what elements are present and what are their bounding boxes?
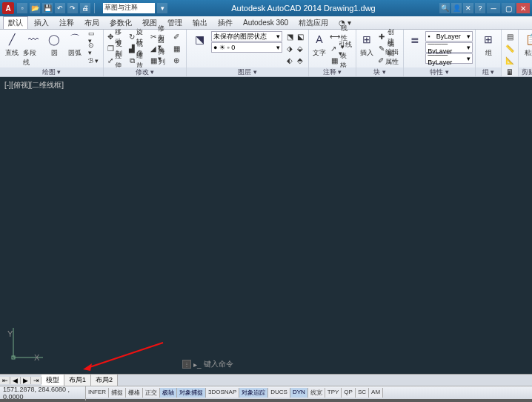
- help-icon[interactable]: ?: [475, 3, 485, 13]
- modify-btn[interactable]: ▦阵列 ▾: [149, 55, 169, 66]
- modify-btn[interactable]: ⊕: [170, 55, 184, 66]
- minimize-button[interactable]: ─: [487, 3, 500, 13]
- qat-undo-icon[interactable]: ↶: [55, 3, 65, 13]
- tab-model[interactable]: 模型: [41, 375, 64, 386]
- layer-current-combo[interactable]: ● ☀ ▫ 0▾: [211, 42, 282, 53]
- match-properties-button[interactable]: ≣: [406, 31, 424, 47]
- layer-state-combo[interactable]: 未保存的图层状态▾: [211, 31, 282, 42]
- signin-icon[interactable]: 👤: [451, 3, 462, 13]
- tab-layout2[interactable]: 布局2: [91, 375, 118, 386]
- layer-tool[interactable]: ⬗⬙: [284, 43, 306, 54]
- utility-btn[interactable]: 📏: [504, 43, 516, 54]
- tab-featured[interactable]: 精选应用: [294, 17, 333, 29]
- command-handle-icon[interactable]: ⋮: [182, 360, 191, 369]
- block-btn[interactable]: ✐编辑属性 ▾: [376, 55, 401, 66]
- layer-tool[interactable]: ⬔⬕: [284, 31, 306, 42]
- panel-block: ⊞插入 ✚创建✎编辑✐编辑属性 ▾ 块 ▾: [356, 30, 404, 76]
- modify-btn[interactable]: ⧉缩放: [127, 55, 147, 66]
- command-line[interactable]: ⋮ ▸_ 键入命令: [182, 359, 233, 369]
- qat-print-icon[interactable]: 🖨: [80, 3, 90, 13]
- qat-save-icon[interactable]: 💾: [42, 3, 53, 13]
- close-button[interactable]: ✕: [516, 3, 530, 13]
- circle-icon: ◯: [46, 31, 62, 47]
- panel-modify: ✥移动❐复制⤢拉伸 ↻旋转▟镜像⧉缩放 ✂修剪 ▾◢圆角 ▾▦阵列 ▾ ✐▦⊕ …: [104, 30, 187, 76]
- help-search-icon[interactable]: 🔍: [439, 3, 450, 13]
- svg-line-3: [87, 343, 163, 368]
- status-toggle-am[interactable]: AM: [369, 388, 383, 398]
- tab-default[interactable]: 默认: [3, 16, 28, 29]
- line-button[interactable]: ╱直线: [2, 31, 21, 58]
- group-button[interactable]: ⊞组: [478, 31, 499, 58]
- tab-plugins[interactable]: 插件: [213, 17, 237, 29]
- text-button[interactable]: A文字: [311, 31, 327, 58]
- linetype-combo[interactable]: ——— ByLayer▾: [425, 53, 473, 64]
- panel-properties-label[interactable]: 特性 ▾: [404, 67, 475, 76]
- hatch-button[interactable]: ℬ ▾: [87, 55, 101, 66]
- panel-draw-label[interactable]: 绘图 ▾: [0, 67, 103, 76]
- layout-first-button[interactable]: ⇤: [0, 377, 10, 384]
- status-toggle-极轴[interactable]: 极轴: [160, 388, 177, 398]
- status-toggle-对象捕捉[interactable]: 对象捕捉: [177, 388, 206, 398]
- tab-insert[interactable]: 插入: [30, 17, 53, 29]
- panel-groups-label[interactable]: 组 ▾: [476, 67, 501, 76]
- panel-clipboard-label[interactable]: 剪贴板: [519, 67, 532, 76]
- workspace-combo[interactable]: 草图与注释: [103, 3, 155, 13]
- utility-btn[interactable]: ▤: [504, 31, 516, 42]
- window-title: Autodesk AutoCAD 2014 Drawing1.dwg: [167, 4, 439, 13]
- drawing-canvas[interactable]: [-][俯视][二维线框] Y X ⋮ ▸_ 键入命令: [0, 77, 532, 374]
- viewport-label[interactable]: [-][俯视][二维线框]: [4, 80, 64, 90]
- qat-open-icon[interactable]: 📂: [30, 3, 40, 13]
- status-toggle-dyn[interactable]: DYN: [290, 388, 308, 398]
- status-toggles: INFER捕捉栅格正交极轴对象捕捉3DOSNAP对象追踪DUCSDYN线宽TPY…: [86, 388, 383, 398]
- tab-annotate[interactable]: 注释: [55, 17, 79, 29]
- qat-new-icon[interactable]: ▫: [17, 3, 27, 13]
- app-menu-icon[interactable]: A: [2, 2, 14, 14]
- modify-btn[interactable]: ⤢拉伸: [106, 55, 126, 66]
- match-icon: ≣: [407, 31, 423, 47]
- maximize-button[interactable]: ▢: [502, 3, 515, 13]
- status-toggle-sc[interactable]: SC: [356, 388, 369, 398]
- layout-prev-button[interactable]: ◀: [10, 377, 21, 384]
- utility-btn[interactable]: 🖩: [504, 67, 516, 78]
- annotation-btn[interactable]: ▦表格: [329, 55, 353, 66]
- status-toggle-对象追踪[interactable]: 对象追踪: [239, 388, 268, 398]
- ucs-icon: [10, 323, 47, 360]
- status-toggle-qp[interactable]: QP: [342, 388, 356, 398]
- tab-layout1[interactable]: 布局1: [64, 375, 91, 386]
- status-toggle-栅格[interactable]: 栅格: [126, 388, 143, 398]
- status-toggle-正交[interactable]: 正交: [143, 388, 160, 398]
- coordinates-readout[interactable]: 1571.2878, 284.6080 , 0.0000: [0, 386, 86, 401]
- status-toggle-捕捉[interactable]: 捕捉: [109, 388, 126, 398]
- circle-button[interactable]: ◯圆: [44, 31, 64, 58]
- qat-dropdown-icon[interactable]: ▾: [157, 3, 167, 13]
- status-toggle-tpy[interactable]: TPY: [325, 388, 342, 398]
- status-toggle-3dosnap[interactable]: 3DOSNAP: [206, 388, 239, 398]
- layer-properties-button[interactable]: ⬔: [189, 31, 210, 47]
- layout-last-button[interactable]: ⇥: [31, 377, 41, 384]
- utility-btn[interactable]: 📐: [504, 55, 516, 66]
- status-toggle-线宽[interactable]: 线宽: [308, 388, 325, 398]
- group-icon: ⊞: [480, 31, 496, 47]
- panel-layers-label[interactable]: 图层 ▾: [187, 67, 308, 76]
- panel-annotation-label[interactable]: 注释 ▾: [309, 67, 356, 76]
- modify-btn[interactable]: ▦: [170, 43, 184, 54]
- exchange-icon[interactable]: ✕: [463, 3, 473, 13]
- modify-btn[interactable]: ✐: [170, 31, 184, 42]
- ellipse-button[interactable]: ⊙ ▾: [87, 43, 101, 54]
- panel-block-label[interactable]: 块 ▾: [356, 67, 403, 76]
- status-bar: 1571.2878, 284.6080 , 0.0000 INFER捕捉栅格正交…: [0, 386, 532, 399]
- panel-modify-label[interactable]: 修改 ▾: [104, 67, 186, 76]
- layer-tool[interactable]: ⬖⬘: [284, 55, 306, 66]
- tab-a360[interactable]: Autodesk 360: [239, 18, 293, 27]
- arc-button[interactable]: ⌒圆弧: [65, 31, 84, 58]
- paste-button[interactable]: 📋粘贴: [521, 31, 532, 58]
- status-toggle-ducs[interactable]: DUCS: [268, 388, 290, 398]
- polyline-button[interactable]: 〰多段线: [23, 31, 42, 67]
- tab-layout[interactable]: 布局: [80, 17, 104, 29]
- tab-output[interactable]: 输出: [188, 17, 212, 29]
- layout-next-button[interactable]: ▶: [21, 377, 31, 384]
- ribbon: ╱直线 〰多段线 ◯圆 ⌒圆弧 ▭ ▾ ⊙ ▾ ℬ ▾ 绘图 ▾ ✥移动❐复制⤢…: [0, 30, 532, 77]
- insert-block-button[interactable]: ⊞插入: [359, 31, 375, 58]
- status-toggle-infer[interactable]: INFER: [86, 388, 109, 398]
- qat-redo-icon[interactable]: ↷: [67, 3, 78, 13]
